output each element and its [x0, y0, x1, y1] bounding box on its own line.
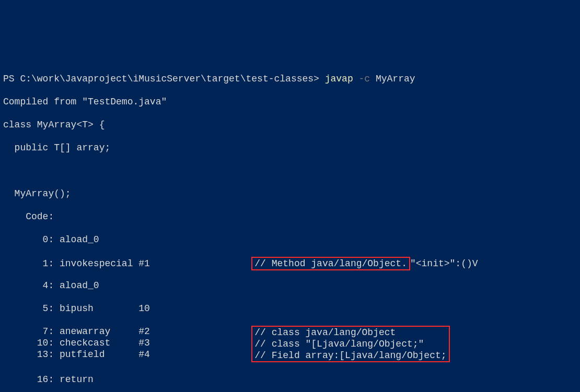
cmd-arg: MyArray	[376, 74, 415, 84]
prompt-line: PS C:\work\Javaproject\iMusicServer\targ…	[3, 73, 577, 85]
bc-left: 10: checkcast #3	[3, 337, 251, 349]
cmd-javap: javap	[325, 74, 353, 84]
bc-left: 13: putfield #4	[3, 349, 251, 360]
bc-comment-tail: "<init>":()V	[410, 258, 478, 269]
bc-comment: // Field array:[Ljava/lang/Object;	[254, 350, 446, 361]
bc-comment: // Method java/lang/Object.	[254, 258, 407, 269]
bc-left: 7: anewarray #2	[3, 326, 251, 337]
highlight-box: // class java/lang/Object// class "[Ljav…	[251, 326, 449, 362]
compiled-from: Compiled from "TestDemo.java"	[3, 96, 577, 108]
bytecode-line: 16: return	[3, 374, 577, 385]
bc-comment: // class "[Ljava/lang/Object;"	[254, 338, 446, 350]
class-declaration: class MyArray<T> {	[3, 119, 577, 130]
constructor-signature: MyArray();	[3, 188, 577, 199]
field-declaration: public T[] array;	[3, 142, 577, 153]
terminal-window[interactable]: PS C:\work\Javaproject\iMusicServer\targ…	[0, 57, 580, 392]
prompt-path: PS C:\work\Javaproject\iMusicServer\targ…	[3, 74, 325, 84]
bytecode-multi-row: 7: anewarray #2 10: checkcast #3 13: put…	[3, 326, 577, 362]
blank-line	[3, 165, 577, 176]
bytecode-line: 4: aload_0	[3, 280, 577, 291]
bc-left: 1: invokespecial #1	[3, 258, 251, 269]
bytecode-line: 5: bipush 10	[3, 303, 577, 314]
bc-comment: // class java/lang/Object	[254, 327, 446, 338]
cmd-flag: -c	[359, 74, 370, 84]
code-label: Code:	[3, 211, 577, 222]
bytecode-line: 1: invokespecial #1 // Method java/lang/…	[3, 257, 577, 268]
bytecode-line: 0: aload_0	[3, 234, 577, 245]
highlight-box: // Method java/lang/Object.	[251, 257, 410, 270]
